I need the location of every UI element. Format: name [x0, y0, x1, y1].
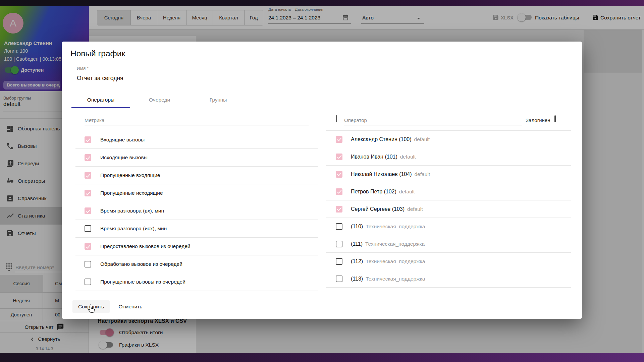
checkbox-checked[interactable]: [85, 190, 91, 196]
operator-group: Техническая_поддержка: [365, 241, 425, 247]
operator-name: Сергей Сергеев (103): [351, 206, 405, 212]
operator-name: Александр Стенин (100): [351, 136, 412, 142]
operator-group: Техническая_поддержка: [366, 224, 425, 230]
checkbox-checked[interactable]: [336, 188, 342, 195]
checkbox-unchecked[interactable]: [336, 223, 342, 230]
checkbox-unchecked[interactable]: [336, 276, 342, 282]
metric-label: Исходящие вызовы: [100, 155, 148, 161]
name-field-label: Имя *: [77, 66, 89, 71]
select-all-operators-checkbox[interactable]: [336, 115, 337, 122]
operator-row[interactable]: Петров Петр (102)default: [326, 183, 571, 200]
operator-group: Техническая_поддержка: [366, 276, 425, 282]
metric-row[interactable]: Обработано вызовов из очередей: [75, 255, 318, 273]
metric-row[interactable]: Время разговора (исх), мин: [75, 220, 318, 237]
checkbox-unchecked[interactable]: [336, 258, 342, 265]
operator-name: (112): [351, 258, 363, 264]
bottom-taskbar: [0, 353, 644, 362]
metric-label: Время разговора (исх), мин: [100, 226, 167, 232]
operators-list: Александр Стенин (100)defaultИванов Иван…: [326, 130, 571, 288]
dialog-tabs: ОператорыОчередиГруппы: [71, 92, 248, 108]
checkbox-checked[interactable]: [85, 207, 91, 214]
logged-in-label: Залогинен: [526, 117, 550, 123]
operator-row[interactable]: (113)Техническая_поддержка: [326, 270, 571, 287]
metric-row[interactable]: Время разговора (вх), мин: [75, 202, 318, 220]
modal-tab-2[interactable]: Очереди: [130, 92, 189, 108]
operator-row[interactable]: (111)Техническая_поддержка: [326, 235, 571, 252]
modal-tab-1[interactable]: Операторы: [71, 92, 130, 108]
operator-name: Николай Николаев (104): [351, 171, 412, 177]
operator-row[interactable]: Иванов Иван (101)default: [326, 148, 571, 165]
checkbox-checked[interactable]: [336, 206, 342, 213]
chart-name-input[interactable]: [77, 72, 567, 85]
checkbox-checked[interactable]: [85, 136, 91, 143]
operator-search-input[interactable]: [344, 115, 522, 125]
metric-label: Пропущенные исходящие: [100, 190, 163, 196]
metric-row[interactable]: Предоставлено вызовов из очередей: [75, 237, 318, 255]
metric-search-input[interactable]: [85, 115, 309, 125]
operator-row[interactable]: Сергей Сергеев (103)default: [326, 200, 571, 218]
checkbox-checked[interactable]: [85, 172, 91, 179]
operators-column: Залогинен Александр Стенин (100)defaultИ…: [326, 108, 571, 114]
metric-row[interactable]: Пропущенные входящие: [75, 166, 318, 184]
operator-name: Иванов Иван (101): [351, 154, 397, 160]
new-chart-dialog: Новый график Имя * ОператорыОчередиГрупп…: [62, 42, 582, 319]
checkbox-unchecked[interactable]: [85, 225, 91, 232]
operator-group: default: [407, 206, 423, 212]
top-window-bar: [0, 0, 644, 6]
metric-label: Предоставлено вызовов из очередей: [100, 243, 190, 249]
metric-row[interactable]: Входящие вызовы: [75, 131, 318, 148]
operator-name: Петров Петр (102): [351, 189, 396, 195]
operator-group: Техническая_поддержка: [366, 258, 425, 264]
cancel-button[interactable]: Отменить: [112, 300, 149, 313]
metric-row[interactable]: Пропущенные вызовы из очередей: [75, 273, 318, 291]
operator-group: default: [414, 171, 430, 177]
operator-group: default: [399, 189, 415, 195]
checkbox-checked[interactable]: [85, 243, 91, 250]
metric-row[interactable]: Исходящие вызовы: [75, 148, 318, 166]
operator-group: default: [414, 136, 430, 142]
metric-label: Пропущенные входящие: [100, 172, 160, 178]
operator-row[interactable]: Николай Николаев (104)default: [326, 165, 571, 183]
operator-name: (110): [351, 224, 363, 230]
operator-row[interactable]: (112)Техническая_поддержка: [326, 252, 571, 270]
checkbox-unchecked[interactable]: [336, 241, 342, 247]
checkbox-checked[interactable]: [85, 154, 91, 161]
save-button[interactable]: Сохранить: [72, 300, 110, 313]
metric-label: Обработано вызовов из очередей: [100, 261, 182, 267]
operator-name: (111): [351, 241, 363, 247]
modal-tab-3[interactable]: Группы: [189, 92, 248, 108]
operator-row[interactable]: (110)Техническая_поддержка: [326, 218, 571, 235]
checkbox-checked[interactable]: [336, 136, 342, 143]
metric-label: Время разговора (вх), мин: [100, 208, 164, 214]
metric-label: Входящие вызовы: [100, 137, 145, 143]
operator-group: default: [400, 154, 416, 160]
checkbox-checked[interactable]: [336, 171, 342, 178]
metrics-list: Входящие вызовыИсходящие вызовыПропущенн…: [75, 131, 318, 291]
checkbox-unchecked[interactable]: [85, 279, 91, 285]
dialog-title: Новый график: [70, 49, 125, 58]
screen: A Александр Стенин Логин: 100 100 | Своб…: [0, 0, 644, 362]
metric-label: Пропущенные вызовы из очередей: [100, 279, 185, 285]
checkbox-unchecked[interactable]: [85, 261, 91, 267]
logged-in-checkbox[interactable]: [554, 115, 556, 122]
checkbox-checked[interactable]: [336, 154, 342, 160]
metric-row[interactable]: Пропущенные исходящие: [75, 184, 318, 202]
operator-row[interactable]: Александр Стенин (100)default: [326, 130, 571, 148]
operator-name: (113): [351, 276, 363, 282]
